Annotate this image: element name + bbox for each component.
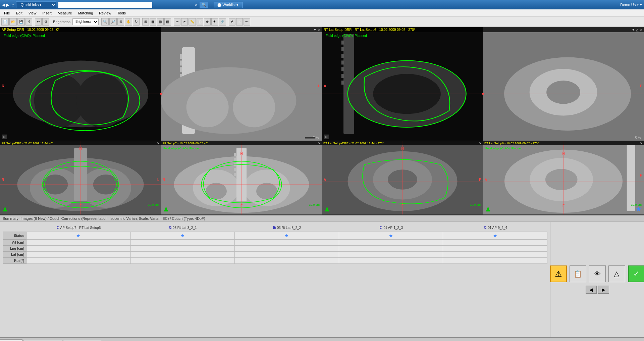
- small-icon-tl[interactable]: ⊞: [2, 135, 7, 139]
- summary-table: Status ★ ★ ★ ★ ★ Vrt [cm]: [3, 232, 547, 264]
- tb-layout1[interactable]: ▦: [150, 18, 156, 26]
- tb-open[interactable]: 📂: [9, 18, 17, 26]
- tb-layout3[interactable]: ▤: [164, 18, 171, 26]
- search-input[interactable]: [58, 2, 152, 8]
- tb-grid[interactable]: ⊞: [142, 18, 149, 26]
- tb-zoom-out[interactable]: 🔎: [109, 18, 117, 26]
- panel-bl1-header: AP Setup-DRR - 21.02.2009 12:44 - 0° ✕: [0, 141, 161, 145]
- menu-insert[interactable]: Insert: [40, 10, 54, 16]
- tb-pencil[interactable]: ✏: [174, 18, 180, 26]
- panel-bl2-header: AP Setup7 - 10.02.2009 09:02 - 0° ✕: [161, 141, 322, 145]
- tb-measure[interactable]: 📏: [189, 18, 196, 26]
- tb-print[interactable]: 🖨: [25, 18, 32, 26]
- dir-br1-a: A: [324, 178, 326, 182]
- panel-bl1[interactable]: AP Setup-DRR - 21.02.2009 12:44 - 0° ✕ H…: [0, 141, 161, 215]
- panel-br1-close[interactable]: ✕: [479, 142, 482, 145]
- summary-content: 🖻 AP Setup7 - RT Lat Setup6 🖻 03 Rt Lat-…: [0, 222, 644, 337]
- tb-new[interactable]: 📄: [1, 18, 9, 26]
- panel-br1[interactable]: RT Lat Setup-DRR - 21.02.2009 12:44 - 27…: [322, 141, 483, 215]
- panel-br2-header: RT Lat Setup6 - 10.02.2009 09:02 - 270° …: [483, 141, 644, 145]
- dir-br1-p: P: [479, 178, 481, 182]
- check-button[interactable]: ✓: [628, 265, 644, 282]
- close-panel-icon-tr[interactable]: ✕: [640, 28, 642, 32]
- maximize-icon-tr[interactable]: △: [636, 28, 639, 32]
- dir-br2-p: P: [640, 174, 642, 177]
- panel-top-right[interactable]: RT Lat Setup-DRR - RT Lat Setup6 - 10.02…: [322, 27, 644, 141]
- tab-session-timeline[interactable]: Session Timeline: [23, 340, 62, 341]
- panel-bl2-close[interactable]: ✕: [318, 142, 321, 145]
- tb-arrow[interactable]: →: [236, 18, 243, 26]
- tb-undo[interactable]: ↩: [35, 18, 42, 26]
- demo-user-menu[interactable]: Demo User ▾: [620, 3, 642, 7]
- home-icon[interactable]: ⌂: [11, 2, 14, 7]
- menu-view[interactable]: View: [26, 10, 39, 16]
- panel-bl2[interactable]: AP Setup7 - 10.02.2009 09:02 - 0° ✕ Fiel…: [161, 141, 322, 215]
- panel-tr-icon-bl: ⊞: [324, 135, 329, 139]
- quicklinks-dropdown[interactable]: QuickLinks ▾: [16, 1, 56, 8]
- cell-lat-1: [130, 252, 235, 258]
- tb-layout2[interactable]: ▥: [157, 18, 164, 26]
- tb-zoom-in[interactable]: 🔍: [101, 18, 109, 26]
- col-icon-3: 🖻: [379, 226, 382, 230]
- worklist-button[interactable]: ⬤ Worklist ▾: [214, 2, 242, 8]
- tb-erase[interactable]: ✂: [181, 18, 188, 26]
- back-arrow[interactable]: ◀: [2, 2, 5, 7]
- dir-bl1-h: H: [79, 147, 82, 150]
- row-label-vrt: Vrt [cm]: [3, 240, 26, 246]
- minimize-icon[interactable]: ▼: [313, 28, 317, 32]
- menu-file[interactable]: File: [1, 10, 13, 16]
- dir-br1-f: F: [401, 204, 404, 208]
- menu-review[interactable]: Review: [96, 10, 114, 16]
- eye-button[interactable]: 👁: [589, 265, 606, 282]
- panel-bl1-title: AP Setup-DRR - 21.02.2009 12:44 - 0°: [1, 142, 53, 145]
- search-go-button[interactable]: 🔍: [200, 2, 208, 8]
- tb-btn2[interactable]: ⚙: [42, 18, 49, 26]
- tb-text[interactable]: A: [229, 18, 235, 26]
- xray-bl1: [0, 141, 161, 214]
- clipboard-button[interactable]: 📋: [570, 265, 586, 282]
- warning-button[interactable]: ⚠: [550, 265, 567, 282]
- tab-4field[interactable]: 4 Field: [0, 339, 22, 341]
- col-label-1: 03 Rt Lat-3_2_1: [173, 226, 197, 230]
- col-header-1: 🖻 03 Rt Lat-3_2_1: [130, 226, 235, 230]
- table-row-rtn: Rtn [°]: [3, 258, 547, 264]
- col-header-2: 🖻 03 Rt Lat-8_2_2: [235, 226, 339, 230]
- tb-save[interactable]: 💾: [17, 18, 25, 26]
- dir-bl2-h: H: [240, 152, 243, 156]
- small-icon-tr[interactable]: ⊞: [324, 135, 329, 139]
- panel-bl1-close[interactable]: ✕: [157, 142, 160, 145]
- figure-bl2: ♟: [163, 206, 169, 213]
- summary-sidebar: ⚠ 📋 👁 △ ✓ ◀ ▶: [550, 222, 644, 337]
- minimize-icon-tr[interactable]: ▼: [632, 28, 635, 32]
- menu-measure[interactable]: Measure: [55, 10, 75, 16]
- figure-bl1: ♟: [2, 206, 8, 213]
- action-buttons: ⚠ 📋 👁 △ ✓: [550, 265, 644, 282]
- panel-br2-close[interactable]: ✕: [640, 142, 643, 145]
- next-image-button[interactable]: ▶: [598, 286, 609, 294]
- cell-lat-2: [235, 252, 339, 258]
- menu-edit[interactable]: Edit: [13, 10, 25, 16]
- panel-br2[interactable]: RT Lat Setup6 - 10.02.2009 09:02 - 270° …: [483, 141, 644, 215]
- tb-rotate[interactable]: ↻: [133, 18, 140, 26]
- menu-tools[interactable]: Tools: [114, 10, 128, 16]
- tb-link[interactable]: 🔗: [219, 18, 226, 26]
- forward-arrow[interactable]: ▶: [6, 2, 9, 7]
- tb-eye[interactable]: 👁: [211, 18, 218, 26]
- menu-matching[interactable]: Matching: [75, 10, 96, 16]
- tb-pan[interactable]: ✋: [125, 18, 132, 26]
- prev-image-button[interactable]: ◀: [586, 286, 597, 294]
- direction-label-tl-l: L: [318, 84, 320, 88]
- tab-course-timeline[interactable]: Course Timeline: [63, 340, 101, 341]
- close-panel-icon[interactable]: ✕: [318, 28, 320, 32]
- svg-rect-26: [341, 67, 344, 71]
- tb-fit[interactable]: ⊞: [117, 18, 124, 26]
- search-close-icon[interactable]: ✕: [195, 3, 198, 7]
- tb-overlay[interactable]: ⊕: [204, 18, 211, 26]
- triangle-button[interactable]: △: [608, 265, 625, 282]
- brightness-dropdown[interactable]: Brightness: [72, 18, 99, 25]
- table-row-vrt: Vrt [cm]: [3, 240, 547, 246]
- panel-top-left[interactable]: AP Setup-DRR - 10.02.2009 09:02 - 0° ▼ ✕…: [0, 27, 322, 141]
- tab-bar: 4 Field Session Timeline Course Timeline…: [0, 337, 644, 341]
- tb-curve[interactable]: 〜: [244, 18, 250, 26]
- tb-window[interactable]: ◻: [197, 18, 203, 26]
